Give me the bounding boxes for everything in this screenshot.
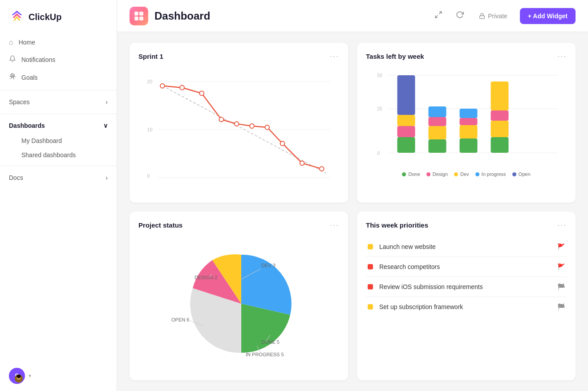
svg-rect-54: [491, 121, 509, 137]
svg-rect-40: [397, 115, 415, 126]
user-avatar: S: [9, 368, 25, 384]
svg-rect-48: [460, 138, 478, 153]
refresh-button[interactable]: [453, 8, 466, 24]
private-label: Private: [488, 12, 507, 20]
priorities-card: This week priorities ··· Launch new webs…: [357, 212, 576, 380]
svg-text:DEV 3: DEV 3: [261, 263, 276, 268]
svg-text:IN PROGRESS 5: IN PROGRESS 5: [246, 352, 284, 357]
sidebar: ClickUp ⌂ Home Notifications Goals Space…: [0, 0, 117, 391]
svg-point-29: [300, 161, 304, 165]
clickup-logo-icon: [9, 9, 25, 25]
expand-button[interactable]: [432, 8, 445, 24]
priority-item-3[interactable]: Review iOS submission requirements 🏁: [366, 277, 567, 297]
project-status-card: Project status ···: [130, 212, 348, 380]
sprint-card-menu[interactable]: ···: [330, 52, 339, 61]
svg-rect-44: [429, 126, 446, 139]
tasks-card-header: Tasks left by week ···: [366, 52, 567, 61]
pie-chart-container: DEV 3 DONE 5 DESIGN 2 OPEN 6 IN PROGRESS…: [138, 237, 339, 362]
svg-rect-38: [397, 137, 415, 153]
svg-text:DESIGN 2: DESIGN 2: [195, 275, 217, 280]
add-widget-button[interactable]: + Add Widget: [520, 8, 576, 24]
sidebar-divider-1: [0, 90, 117, 90]
private-button[interactable]: Private: [474, 10, 512, 22]
sidebar-my-dashboard[interactable]: My Dashboard: [0, 134, 117, 148]
user-dropdown-icon: ▾: [28, 373, 31, 379]
priority-text-4: Set up subscription framework: [379, 303, 551, 310]
priority-dot-2: [368, 264, 373, 269]
sidebar-home-label: Home: [19, 39, 35, 46]
svg-rect-46: [429, 106, 446, 117]
sidebar-docs-label: Docs: [9, 174, 23, 181]
svg-point-21: [160, 84, 165, 88]
sidebar-dashboards[interactable]: Dashboards ∨: [0, 118, 117, 134]
sidebar-docs[interactable]: Docs ›: [0, 170, 117, 186]
docs-expand-icon: ›: [105, 174, 108, 181]
svg-point-27: [265, 125, 269, 130]
priority-dot-3: [368, 284, 373, 289]
spaces-expand-icon: ›: [105, 98, 108, 106]
header-right: Private + Add Widget: [432, 8, 576, 24]
priority-text-2: Research competitors: [379, 263, 551, 270]
legend-inprogress-label: In progress: [482, 171, 506, 177]
svg-point-25: [235, 122, 239, 126]
bar-chart-svg: 50 25 0: [366, 68, 567, 166]
svg-point-24: [219, 117, 223, 122]
logo-area[interactable]: ClickUp: [0, 0, 117, 32]
svg-rect-41: [397, 75, 415, 115]
svg-point-23: [199, 91, 204, 96]
sprint-card: Sprint 1 ··· 20 10 0: [130, 43, 348, 203]
sidebar-item-home[interactable]: ⌂ Home: [0, 34, 117, 51]
sidebar-item-goals[interactable]: Goals: [0, 69, 117, 86]
priority-flag-4: 🏁: [557, 303, 565, 310]
svg-rect-53: [491, 137, 509, 153]
svg-rect-11: [134, 16, 138, 20]
svg-text:50: 50: [377, 73, 383, 78]
dashboard-grid: Sprint 1 ··· 20 10 0: [117, 32, 588, 391]
bar-chart-legend: Done Design Dev In progress: [366, 171, 567, 177]
project-status-card-header: Project status ···: [138, 220, 339, 230]
svg-rect-39: [397, 126, 415, 137]
priority-item-4[interactable]: Set up subscription framework 🏁: [366, 297, 567, 317]
priorities-card-menu[interactable]: ···: [557, 220, 567, 230]
legend-design-dot: [426, 172, 430, 176]
header: Dashboard Private + Add Widget: [117, 0, 588, 32]
svg-rect-43: [429, 139, 446, 153]
priority-item-2[interactable]: Research competitors 🚩: [366, 257, 567, 277]
bar-chart-container: 50 25 0: [366, 68, 567, 184]
svg-rect-13: [480, 16, 485, 18]
home-icon: ⌂: [9, 38, 13, 46]
logo-text: ClickUp: [28, 12, 61, 22]
legend-dev-label: Dev: [460, 171, 469, 177]
tasks-card-menu[interactable]: ···: [557, 52, 567, 61]
priority-dot-1: [368, 244, 373, 249]
priority-flag-2: 🚩: [557, 263, 565, 270]
svg-rect-10: [139, 12, 143, 16]
legend-inprogress: In progress: [475, 171, 506, 177]
sidebar-item-notifications[interactable]: Notifications: [0, 51, 117, 69]
svg-text:0: 0: [377, 151, 380, 156]
legend-done-dot: [402, 172, 406, 176]
sidebar-dashboards-label: Dashboards: [9, 122, 45, 129]
sidebar-divider-3: [0, 166, 117, 166]
sidebar-user[interactable]: S ▾: [0, 361, 117, 391]
svg-point-8: [16, 375, 21, 378]
sidebar-notifications-label: Notifications: [21, 56, 55, 63]
priority-dot-4: [368, 304, 373, 310]
svg-rect-49: [460, 125, 478, 138]
sprint-card-title: Sprint 1: [138, 53, 163, 60]
project-status-card-menu[interactable]: ···: [330, 220, 339, 230]
priority-item-1[interactable]: Launch new website 🚩: [366, 237, 567, 257]
legend-done-label: Done: [408, 171, 420, 177]
legend-open: Open: [512, 171, 531, 177]
legend-design: Design: [426, 171, 448, 177]
svg-text:10: 10: [147, 127, 153, 132]
legend-dev-dot: [454, 172, 458, 176]
sidebar-spaces[interactable]: Spaces ›: [0, 94, 117, 110]
sidebar-shared-dashboards[interactable]: Shared dashboards: [0, 148, 117, 162]
sprint-svg: 20 10 0: [138, 68, 339, 184]
svg-rect-12: [139, 16, 143, 20]
svg-rect-51: [460, 109, 478, 118]
sidebar-goals-label: Goals: [21, 74, 38, 81]
goals-icon: [9, 73, 16, 82]
sprint-chart: 20 10 0: [138, 68, 339, 184]
